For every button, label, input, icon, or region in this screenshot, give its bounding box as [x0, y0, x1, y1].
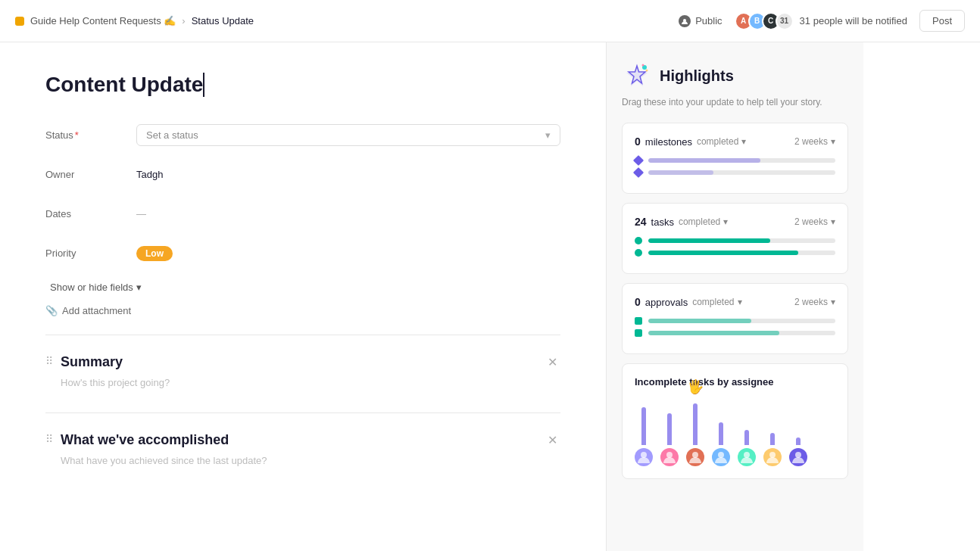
project-dot [15, 17, 24, 26]
milestones-card: 0 milestones completed ▾ 2 weeks ▾ [622, 123, 848, 194]
chevron-down-icon: ▾ [741, 136, 746, 147]
assignee-col [738, 400, 756, 466]
chevron-down-icon: ▾ [831, 216, 835, 227]
priority-badge: Low [136, 246, 173, 261]
summary-placeholder[interactable]: How's this project going? [61, 377, 560, 388]
drag-handle-icon[interactable]: ⠿ [45, 433, 53, 445]
assignee-col [789, 400, 807, 466]
card-timeframe[interactable]: 2 weeks ▾ [794, 216, 835, 227]
tasks-status[interactable]: completed ▾ [679, 216, 728, 227]
show-hide-row: Show or hide fields ▾ [45, 279, 560, 296]
bar-row-1 [635, 157, 835, 164]
chevron-down-icon: ▾ [831, 136, 835, 147]
chevron-down-icon: ▾ [723, 216, 728, 227]
close-button[interactable]: ✕ [545, 353, 560, 371]
highlights-subtitle: Drag these into your update to help tell… [622, 97, 848, 107]
circle-icon [635, 237, 642, 244]
status-select[interactable]: Set a status ▾ [136, 124, 560, 146]
svg-point-11 [769, 452, 776, 458]
incomplete-tasks-card: Incomplete tasks by assignee [622, 363, 848, 479]
assignee-avatar [660, 448, 679, 466]
bar-row-2 [635, 329, 835, 337]
dates-row: Dates — [45, 200, 560, 227]
attachment-row[interactable]: 📎 Add attachment [45, 305, 560, 316]
public-label: Public [695, 15, 722, 26]
dates-field: — [136, 208, 560, 219]
owner-label: Owner [45, 169, 136, 180]
priority-label: Priority [45, 247, 136, 259]
milestone-status[interactable]: completed ▾ [697, 136, 746, 147]
avatar-count: 31 [776, 12, 794, 30]
v-bar [744, 430, 749, 445]
avatar-group: A B C 31 [735, 12, 794, 30]
bar-container [667, 400, 672, 445]
card-header: 0 approvals completed ▾ 2 weeks ▾ [635, 296, 835, 308]
chevron-down-icon: ▾ [545, 129, 551, 141]
card-header-left: 0 approvals completed ▾ [635, 296, 742, 308]
milestone-label: milestones [645, 136, 692, 148]
approvals-count: 0 [635, 296, 641, 308]
card-timeframe[interactable]: 2 weeks ▾ [794, 136, 835, 147]
incomplete-tasks-title: Incomplete tasks by assignee [635, 376, 835, 388]
owner-row: Owner Tadgh [45, 160, 560, 188]
priority-row: Priority Low [45, 239, 560, 266]
assignee-avatar [686, 448, 704, 466]
main-layout: Content Update Status* Set a status ▾ Ow… [0, 42, 980, 551]
svg-point-8 [692, 452, 698, 458]
card-header: 24 tasks completed ▾ 2 weeks ▾ [635, 216, 835, 228]
close-button-2[interactable]: ✕ [545, 431, 560, 449]
bar-container [744, 400, 749, 445]
svg-point-5 [646, 70, 648, 72]
notify-group: A B C 31 31 people will be notified [735, 12, 907, 30]
divider-2 [45, 412, 560, 413]
bar-track [648, 251, 835, 255]
v-bar [693, 403, 698, 445]
notify-text: 31 people will be notified [800, 15, 907, 26]
approvals-status[interactable]: completed ▾ [692, 297, 741, 307]
bar-track [648, 170, 835, 175]
accomplished-placeholder[interactable]: What have you achieved since the last up… [61, 455, 560, 466]
drag-handle-icon[interactable]: ⠿ [45, 355, 53, 367]
assignee-bars: 🖐 [635, 400, 835, 466]
public-badge[interactable]: Public [679, 15, 722, 27]
bar-fill [648, 331, 779, 335]
bar-fill [648, 251, 798, 255]
assignee-avatar [712, 448, 730, 466]
bar-row-1 [635, 237, 835, 244]
card-header-left: 24 tasks completed ▾ [635, 216, 728, 228]
bar-container [770, 400, 775, 445]
card-timeframe[interactable]: 2 weeks ▾ [794, 297, 835, 307]
accomplished-title: What we've accomplished [61, 432, 229, 448]
diamond-icon [633, 167, 644, 178]
svg-point-10 [744, 452, 750, 458]
post-button[interactable]: Post [919, 10, 965, 32]
svg-point-12 [795, 452, 801, 458]
card-header: 0 milestones completed ▾ 2 weeks ▾ [635, 135, 835, 148]
status-row: Status* Set a status ▾ [45, 121, 560, 148]
breadcrumb: Guide Help Content Requests ✍️ › Status … [15, 15, 679, 26]
section-header: Summary ✕ [61, 353, 560, 371]
bar-track [648, 238, 835, 243]
bar-container [693, 400, 698, 445]
chevron-down-icon: ▾ [738, 297, 742, 307]
highlights-title: Highlights [660, 67, 734, 85]
bar-container [719, 400, 723, 445]
svg-point-4 [642, 64, 644, 67]
section-header-2: What we've accomplished ✕ [61, 431, 560, 449]
svg-point-9 [718, 452, 724, 458]
breadcrumb-parent[interactable]: Guide Help Content Requests ✍️ [30, 15, 176, 26]
breadcrumb-current: Status Update [192, 15, 254, 26]
bar-fill [648, 158, 760, 163]
v-bar [641, 407, 646, 445]
v-bar [719, 422, 723, 445]
chevron-down-icon: ▾ [831, 297, 835, 307]
show-hide-button[interactable]: Show or hide fields ▾ [45, 279, 146, 296]
approvals-label: approvals [645, 297, 688, 308]
bar-fill [648, 319, 751, 323]
summary-section: ⠿ Summary ✕ How's this project going? [45, 353, 560, 388]
accomplished-section: ⠿ What we've accomplished ✕ What have yo… [45, 431, 560, 466]
assignee-col [763, 400, 782, 466]
tasks-count: 24 [635, 216, 647, 228]
svg-point-6 [641, 452, 647, 458]
bar-track [648, 331, 835, 335]
